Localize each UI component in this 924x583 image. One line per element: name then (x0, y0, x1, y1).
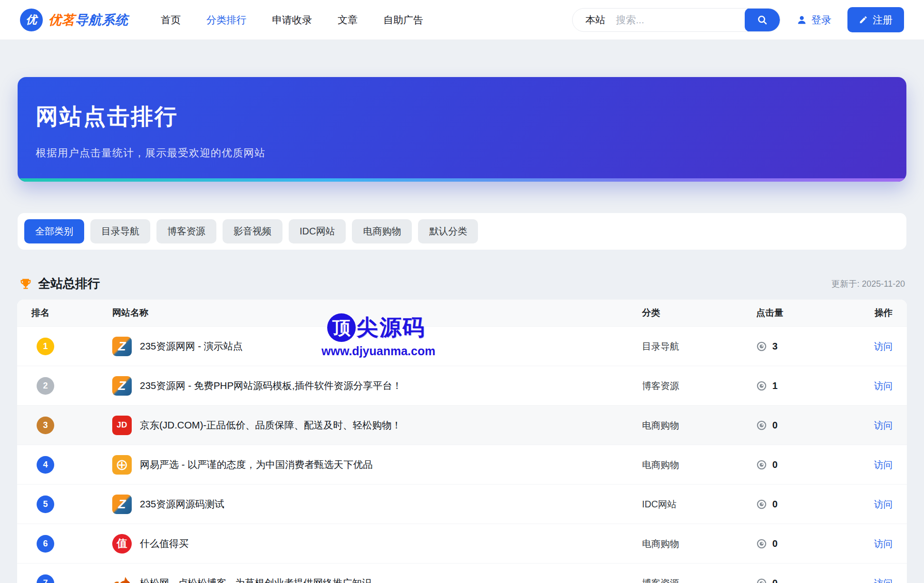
main-nav: 首页分类排行申请收录文章自助广告 (161, 13, 423, 27)
rank-cell: 1 (31, 338, 112, 355)
col-header-category: 分类 (642, 307, 756, 319)
site-name[interactable]: 235资源网源码测试 (140, 497, 224, 511)
rank-cell: 6 (31, 535, 112, 553)
filter-chip-0[interactable]: 全部类别 (24, 219, 84, 243)
top-header: 优 优茗导航系统 首页分类排行申请收录文章自助广告 本站 (0, 0, 924, 40)
site-name[interactable]: 网易严选 - 以严谨的态度，为中国消费者甄选天下优品 (140, 458, 373, 471)
site-name-cell: JD京东(JD.COM)-正品低价、品质保障、配送及时、轻松购物！ (112, 416, 642, 435)
brand-badge-icon: 优 (20, 9, 43, 31)
table-row: 5Z235资源网源码测试IDC网站0访问 (17, 484, 907, 524)
brand-logo[interactable]: 优 优茗导航系统 (20, 9, 128, 31)
eye-icon (756, 538, 767, 549)
site-name[interactable]: 京东(JD.COM)-正品低价、品质保障、配送及时、轻松购物！ (140, 418, 401, 432)
category-cell: 电商购物 (642, 458, 756, 471)
site-name[interactable]: 什么值得买 (140, 537, 189, 550)
nav-item-1[interactable]: 分类排行 (206, 13, 246, 27)
page-title: 网站点击排行 (36, 102, 906, 132)
category-cell: 电商购物 (642, 537, 756, 550)
site-name[interactable]: 235资源网网 - 演示站点 (140, 340, 243, 353)
col-header-clicks: 点击量 (756, 307, 845, 319)
click-count: 0 (772, 420, 778, 431)
site-favicon-z-icon: Z (112, 376, 132, 396)
clicks-cell: 1 (756, 380, 845, 391)
action-cell: 访问 (845, 340, 893, 353)
filter-chip-3[interactable]: 影音视频 (223, 219, 282, 243)
clicks-cell: 0 (756, 499, 845, 510)
visit-link[interactable]: 访问 (874, 380, 893, 391)
page-subtitle: 根据用户点击量统计，展示最受欢迎的优质网站 (36, 146, 906, 160)
col-header-rank: 排名 (31, 307, 112, 319)
rank-cell: 2 (31, 377, 112, 395)
click-count: 3 (772, 341, 778, 352)
search-button[interactable] (745, 8, 780, 32)
category-cell: 博客资源 (642, 379, 756, 392)
header-right: 本站 登录 (572, 7, 904, 32)
click-count: 1 (772, 380, 778, 391)
rank-cell: 4 (31, 456, 112, 474)
login-link[interactable]: 登录 (797, 13, 831, 27)
click-count: 0 (772, 459, 778, 470)
ranking-table-body: 1Z235资源网网 - 演示站点目录导航3访问2Z235资源网 - 免费PHP网… (17, 326, 907, 583)
visit-link[interactable]: 访问 (874, 538, 893, 549)
site-name-cell: 值什么值得买 (112, 534, 642, 554)
updated-timestamp: 更新于: 2025-11-20 (831, 278, 905, 290)
visit-link[interactable]: 访问 (874, 420, 893, 430)
site-name-cell: Z235资源网源码测试 (112, 495, 642, 514)
col-header-name: 网站名称 (112, 307, 642, 319)
filter-chip-2[interactable]: 博客资源 (156, 219, 216, 243)
action-cell: 访问 (845, 498, 893, 511)
rank-badge: 5 (37, 496, 54, 513)
search-scope-select[interactable]: 本站 (573, 13, 616, 27)
action-cell: 访问 (845, 458, 893, 471)
site-name[interactable]: 松松网 - 卢松松博客 - 为草根创业者提供网络推广知识 (140, 576, 371, 583)
visit-link[interactable]: 访问 (874, 341, 893, 351)
site-favicon-z-icon: Z (112, 495, 132, 514)
click-count: 0 (772, 538, 778, 549)
clicks-cell: 0 (756, 538, 845, 549)
nav-item-4[interactable]: 自助广告 (383, 13, 423, 27)
visit-link[interactable]: 访问 (874, 499, 893, 509)
eye-icon (756, 499, 767, 510)
visit-link[interactable]: 访问 (874, 578, 893, 583)
site-favicon-fox-icon (112, 573, 132, 583)
pencil-icon (859, 15, 868, 24)
search-input[interactable] (616, 14, 745, 26)
register-button[interactable]: 注册 (847, 7, 904, 32)
eye-icon (756, 380, 767, 391)
trophy-icon (19, 277, 32, 291)
site-name-cell: ⊕网易严选 - 以严谨的态度，为中国消费者甄选天下优品 (112, 455, 642, 475)
login-label: 登录 (811, 13, 831, 27)
clicks-cell: 3 (756, 341, 845, 352)
rank-cell: 5 (31, 496, 112, 513)
rank-badge: 3 (37, 417, 54, 434)
search-icon (757, 14, 768, 26)
action-cell: 访问 (845, 379, 893, 392)
nav-item-0[interactable]: 首页 (161, 13, 181, 27)
click-count: 0 (772, 578, 778, 583)
rank-badge: 6 (37, 535, 54, 553)
filter-chip-6[interactable]: 默认分类 (418, 219, 478, 243)
ranking-section-title-wrap: 全站总排行 (19, 275, 100, 292)
table-row: 2Z235资源网 - 免费PHP网站源码模板,插件软件资源分享平台！博客资源1访… (17, 366, 907, 405)
table-row: 4⊕网易严选 - 以严谨的态度，为中国消费者甄选天下优品电商购物0访问 (17, 445, 907, 484)
filter-chip-5[interactable]: 电商购物 (352, 219, 412, 243)
user-icon (797, 15, 807, 25)
table-row: 7松松网 - 卢松松博客 - 为草根创业者提供网络推广知识博客资源0访问 (17, 563, 907, 583)
clicks-cell: 0 (756, 459, 845, 470)
filter-chip-1[interactable]: 目录导航 (90, 219, 150, 243)
rank-badge: 2 (37, 377, 54, 395)
nav-item-2[interactable]: 申请收录 (272, 13, 312, 27)
clicks-cell: 0 (756, 578, 845, 583)
action-cell: 访问 (845, 577, 893, 583)
nav-item-3[interactable]: 文章 (338, 13, 358, 27)
site-name[interactable]: 235资源网 - 免费PHP网站源码模板,插件软件资源分享平台！ (140, 379, 402, 392)
brand-title-secondary: 导航系统 (75, 13, 128, 27)
ranking-table: 排名 网站名称 分类 点击量 操作 1Z235资源网网 - 演示站点目录导航3访… (17, 300, 907, 583)
visit-link[interactable]: 访问 (874, 459, 893, 470)
eye-icon (756, 420, 767, 431)
category-cell: 电商购物 (642, 419, 756, 432)
table-row: 6值什么值得买电商购物0访问 (17, 524, 907, 563)
rank-badge: 7 (37, 574, 54, 583)
filter-chip-4[interactable]: IDC网站 (289, 219, 346, 243)
rank-badge: 1 (37, 338, 54, 355)
